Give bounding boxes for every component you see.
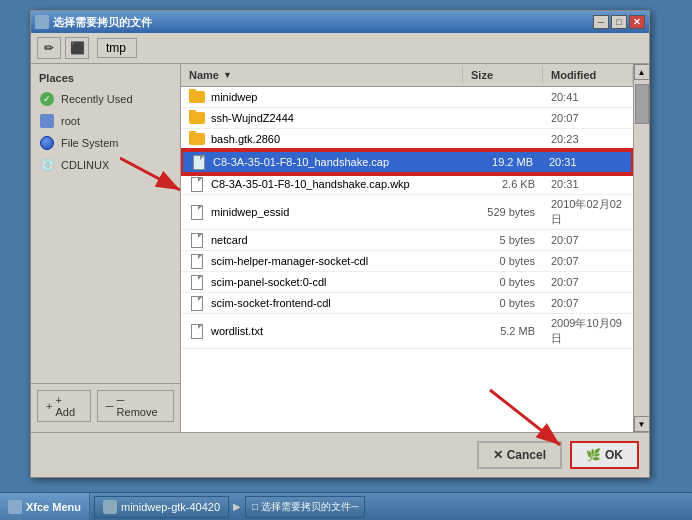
table-row[interactable]: netcard 5 bytes 20:07 bbox=[181, 230, 633, 251]
folder-icon bbox=[189, 110, 205, 126]
dialog-title-icon bbox=[35, 15, 49, 29]
file-name-cell: wordlist.txt bbox=[181, 323, 463, 339]
filesystem-label: File System bbox=[61, 137, 118, 149]
file-size: 0 bytes bbox=[463, 276, 543, 288]
file-name: C8-3A-35-01-F8-10_handshake.cap bbox=[213, 156, 389, 168]
file-size: 2.6 KB bbox=[463, 178, 543, 190]
taskbar: Xfce Menu minidwep-gtk-40420 ▶ □ 选择需要拷贝的… bbox=[0, 492, 692, 520]
file-name-cell: scim-socket-frontend-cdl bbox=[181, 295, 463, 311]
taskbar-item-label: minidwep-gtk-40420 bbox=[121, 501, 220, 513]
recently-used-icon: ✓ bbox=[39, 91, 55, 107]
back-button[interactable]: ✏ bbox=[37, 37, 61, 59]
file-name: minidwep bbox=[211, 91, 257, 103]
cancel-label: Cancel bbox=[507, 448, 546, 462]
file-icon bbox=[191, 154, 207, 170]
sidebar-item-cdlinux[interactable]: 💿 CDLINUX bbox=[31, 154, 180, 176]
remove-place-button[interactable]: ─ ─ Remove bbox=[97, 390, 174, 422]
file-name-cell: netcard bbox=[181, 232, 463, 248]
dialog-title: 选择需要拷贝的文件 bbox=[53, 15, 589, 30]
root-icon bbox=[39, 113, 55, 129]
add-icon: + bbox=[46, 400, 52, 412]
file-modified: 20:07 bbox=[543, 234, 633, 246]
table-row[interactable]: C8-3A-35-01-F8-10_handshake.cap 19.2 MB … bbox=[181, 150, 633, 174]
taskbar-item-icon2: □ bbox=[252, 501, 258, 512]
file-name: minidwep_essid bbox=[211, 206, 289, 218]
file-modified: 20:07 bbox=[543, 112, 633, 124]
col-header-size[interactable]: Size bbox=[463, 66, 543, 84]
main-content: Places ✓ Recently Used root File System bbox=[31, 64, 649, 432]
scroll-thumb[interactable] bbox=[635, 84, 649, 124]
scroll-up-button[interactable]: ▲ bbox=[634, 64, 650, 80]
file-name: netcard bbox=[211, 234, 248, 246]
file-modified: 20:07 bbox=[543, 276, 633, 288]
taskbar-item-minidwep[interactable]: minidwep-gtk-40420 bbox=[94, 496, 229, 518]
file-size: 0 bytes bbox=[463, 297, 543, 309]
table-row[interactable]: wordlist.txt 5.2 MB 2009年10月09日 bbox=[181, 314, 633, 349]
cancel-button[interactable]: ✕ Cancel bbox=[477, 441, 562, 469]
dialog-titlebar: 选择需要拷贝的文件 ─ □ ✕ bbox=[31, 11, 649, 33]
scrollbar[interactable]: ▲ ▼ bbox=[633, 64, 649, 432]
file-name: wordlist.txt bbox=[211, 325, 263, 337]
cdlinux-icon: 💿 bbox=[39, 157, 55, 173]
col-header-name[interactable]: Name ▼ bbox=[181, 66, 463, 84]
table-row[interactable]: C8-3A-35-01-F8-10_handshake.cap.wkp 2.6 … bbox=[181, 174, 633, 195]
sidebar-item-recently-used[interactable]: ✓ Recently Used bbox=[31, 88, 180, 110]
file-modified: 2010年02月02日 bbox=[543, 197, 633, 227]
sidebar-item-root[interactable]: root bbox=[31, 110, 180, 132]
file-size: 5 bytes bbox=[463, 234, 543, 246]
file-modified: 20:07 bbox=[543, 255, 633, 267]
file-modified: 2009年10月09日 bbox=[543, 316, 633, 346]
file-modified: 20:31 bbox=[541, 156, 631, 168]
file-name-cell: minidwep bbox=[181, 89, 463, 105]
table-row[interactable]: minidwep 20:41 bbox=[181, 87, 633, 108]
close-button[interactable]: ✕ bbox=[629, 15, 645, 29]
file-chooser-dialog: 选择需要拷贝的文件 ─ □ ✕ ✏ ⬛ tmp Places ✓ Recentl… bbox=[30, 10, 650, 478]
sidebar-item-filesystem[interactable]: File System bbox=[31, 132, 180, 154]
col-header-modified[interactable]: Modified bbox=[543, 66, 633, 84]
location-label: tmp bbox=[97, 38, 137, 58]
file-icon bbox=[189, 253, 205, 269]
file-name-cell: C8-3A-35-01-F8-10_handshake.cap.wkp bbox=[181, 176, 463, 192]
back-icon: ✏ bbox=[44, 41, 54, 55]
table-row[interactable]: bash.gtk.2860 20:23 bbox=[181, 129, 633, 150]
forward-button[interactable]: ⬛ bbox=[65, 37, 89, 59]
folder-icon bbox=[189, 131, 205, 147]
file-name: scim-socket-frontend-cdl bbox=[211, 297, 331, 309]
add-place-button[interactable]: + + Add bbox=[37, 390, 91, 422]
file-name-cell: scim-panel-socket:0-cdl bbox=[181, 274, 463, 290]
file-modified: 20:07 bbox=[543, 297, 633, 309]
start-label: Xfce Menu bbox=[26, 501, 81, 513]
table-row[interactable]: scim-panel-socket:0-cdl 0 bytes 20:07 bbox=[181, 272, 633, 293]
file-icon bbox=[189, 204, 205, 220]
table-row[interactable]: minidwep_essid 529 bytes 2010年02月02日 bbox=[181, 195, 633, 230]
table-row[interactable]: scim-helper-manager-socket-cdl 0 bytes 2… bbox=[181, 251, 633, 272]
start-button[interactable]: Xfce Menu bbox=[0, 493, 90, 520]
file-list-container: Name ▼ Size Modified bbox=[181, 64, 633, 432]
taskbar-arrow-icon: ▶ bbox=[233, 501, 241, 512]
taskbar-item-icon bbox=[103, 500, 117, 514]
remove-icon: ─ bbox=[106, 400, 114, 412]
toolbar: ✏ ⬛ tmp bbox=[31, 33, 649, 64]
places-header: Places bbox=[31, 68, 180, 88]
xfce-icon bbox=[8, 500, 22, 514]
file-name-cell: ssh-WujndZ2444 bbox=[181, 110, 463, 126]
scroll-down-button[interactable]: ▼ bbox=[634, 416, 650, 432]
file-name: ssh-WujndZ2444 bbox=[211, 112, 294, 124]
cdlinux-label: CDLINUX bbox=[61, 159, 109, 171]
table-row[interactable]: scim-socket-frontend-cdl 0 bytes 20:07 bbox=[181, 293, 633, 314]
file-modified: 20:41 bbox=[543, 91, 633, 103]
places-panel: Places ✓ Recently Used root File System bbox=[31, 64, 181, 432]
ok-button[interactable]: 🌿 OK bbox=[570, 441, 639, 469]
file-name-cell: minidwep_essid bbox=[181, 204, 463, 220]
recently-used-label: Recently Used bbox=[61, 93, 133, 105]
taskbar-item-dialog[interactable]: □ 选择需要拷贝的文件─ bbox=[245, 496, 365, 518]
maximize-button[interactable]: □ bbox=[611, 15, 627, 29]
bottom-bar: ✕ Cancel 🌿 OK bbox=[31, 432, 649, 476]
minimize-button[interactable]: ─ bbox=[593, 15, 609, 29]
file-size: 19.2 MB bbox=[461, 156, 541, 168]
file-list: minidwep 20:41 ssh-WujndZ2444 20:07 bbox=[181, 87, 633, 432]
table-row[interactable]: ssh-WujndZ2444 20:07 bbox=[181, 108, 633, 129]
file-size: 0 bytes bbox=[463, 255, 543, 267]
file-list-header: Name ▼ Size Modified bbox=[181, 64, 633, 87]
panel-actions: + + Add ─ ─ Remove bbox=[31, 383, 180, 428]
